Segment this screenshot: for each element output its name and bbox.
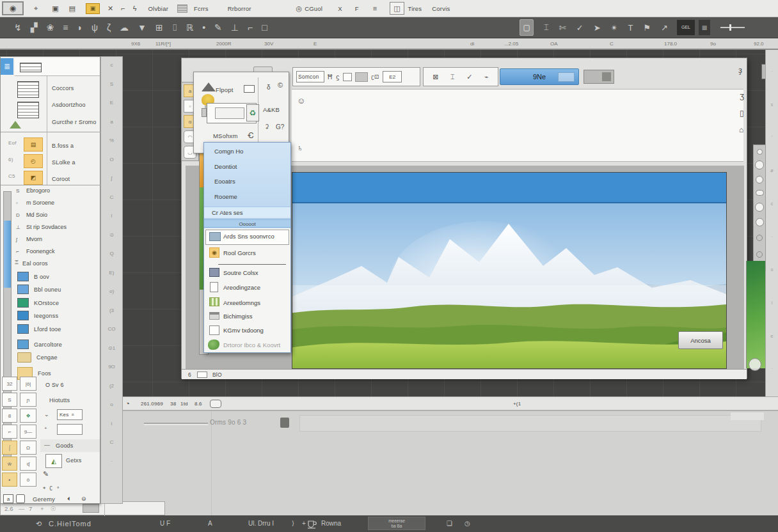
ancosa-button[interactable]: Ancosa <box>678 331 723 349</box>
target-glyph[interactable]: ☉ <box>51 505 56 512</box>
marquee-tool-icon[interactable]: ⌶ <box>544 22 549 33</box>
window-list-icon[interactable]: ❏ <box>447 520 452 527</box>
h-icon[interactable]: Ħ <box>328 74 332 81</box>
tool-icon[interactable]: ❀ <box>47 22 54 33</box>
history-icon[interactable]: ⟲ <box>36 520 42 528</box>
tree-item[interactable]: ʃMvorn <box>16 236 42 242</box>
grid-tool-cell[interactable]: Ω <box>20 441 36 455</box>
mini-tool-icon[interactable]: S <box>110 81 113 100</box>
active-task-badge[interactable]: meeerae ba Ba <box>368 517 425 530</box>
empty-field[interactable] <box>57 424 83 435</box>
tool-icon[interactable]: ◗ <box>77 22 82 33</box>
timeline-slider[interactable] <box>144 423 208 425</box>
document-tool-icon[interactable]: ▤ <box>69 4 75 13</box>
mini-tool-icon[interactable]: % <box>109 137 114 157</box>
layers-stack-icon[interactable] <box>177 4 187 13</box>
coffee-cup-icon[interactable] <box>307 520 317 529</box>
taskbar-item[interactable]: A <box>208 520 212 527</box>
bracket-tool-icon[interactable]: ⌐ <box>121 4 125 12</box>
grid-tool-cell[interactable]: ʠ <box>20 457 36 471</box>
grid-tool-cell[interactable]: |ö| <box>20 377 36 391</box>
tree-item[interactable]: ▫m Soroene <box>16 199 54 206</box>
color-swatch[interactable] <box>17 340 29 349</box>
layout-icon-2[interactable] <box>17 102 39 118</box>
getxs-label[interactable]: Getxs <box>66 457 82 464</box>
mini-tool-icon[interactable]: (3 <box>109 308 114 327</box>
edge-strip-icon[interactable]: ø <box>770 168 773 201</box>
saturn-icon[interactable]: ♄ <box>297 143 303 153</box>
ring-tool[interactable] <box>756 251 763 258</box>
pill-tool[interactable] <box>756 190 764 196</box>
edge-strip-icon[interactable]: ' <box>772 135 772 168</box>
swatch-row[interactable] <box>17 311 29 320</box>
grid-tool-cell[interactable]: ɲ <box>20 393 36 407</box>
image-canvas[interactable]: Ancosa <box>292 172 727 369</box>
taskbar-item[interactable]: C.HielTomd <box>49 520 91 528</box>
menu-item-f[interactable]: F <box>355 5 359 12</box>
ring-tool[interactable] <box>756 235 763 241</box>
panel-blue-tab[interactable]: ≣ <box>1 58 13 75</box>
tree-item[interactable]: ⌐Foonengck <box>16 248 55 254</box>
sidebar-item-foos[interactable]: Foos <box>38 370 51 377</box>
color-swatch[interactable] <box>17 285 29 294</box>
folder-icon[interactable] <box>17 352 31 363</box>
grid-tool-cell[interactable]: ⌐ <box>2 425 17 439</box>
dark-badge[interactable] <box>280 418 289 428</box>
grid-tool-cell[interactable]: ŵ <box>2 457 17 471</box>
circle-tool[interactable] <box>755 203 764 212</box>
swatch-row[interactable] <box>17 340 29 349</box>
mini-tool-icon[interactable]: CO <box>108 326 116 345</box>
coordinate-value[interactable]: 2.6 <box>4 505 13 512</box>
circle-tool[interactable] <box>756 218 764 226</box>
gray-chip[interactable] <box>83 504 99 513</box>
close-tool-icon[interactable]: ✕ <box>107 4 113 13</box>
tool-icon[interactable]: • <box>202 22 205 33</box>
edge-strip-icon[interactable]: · <box>771 69 772 102</box>
secondary-action-button[interactable] <box>584 70 614 84</box>
tool-icon[interactable]: ⌐ <box>248 22 253 33</box>
pattern-button[interactable]: ▩ <box>699 20 710 35</box>
mini-tool-icon[interactable]: o) <box>109 288 114 308</box>
grid-tool-cell[interactable]: S <box>2 393 17 407</box>
swatch-row[interactable] <box>17 324 29 334</box>
knob[interactable] <box>202 108 207 117</box>
taskbar-item[interactable]: U F <box>160 520 170 527</box>
menu-item-x[interactable]: X <box>338 5 342 12</box>
grid-tool-cell[interactable]: ▪ <box>2 473 17 487</box>
mini-tool-icon[interactable]: E) <box>109 270 115 289</box>
orange-tool-icon-1[interactable]: ▤ <box>24 137 43 152</box>
option-row-1[interactable]: O Sv 6 <box>45 382 64 388</box>
delta-icon[interactable]: δ <box>267 84 271 91</box>
mini-tool-icon[interactable]: E <box>110 100 113 119</box>
tool-icon[interactable]: □ <box>262 22 267 33</box>
menu-item-fcrrs[interactable]: Fcrrs <box>194 5 209 12</box>
tool-icon[interactable]: ▼ <box>138 22 147 33</box>
menu-item-drtoror-disabled[interactable]: Drtoror Ibco & Koovrt <box>223 341 280 348</box>
menu-item-rool[interactable]: Rool Gorcrs <box>223 249 256 256</box>
tool-icon[interactable]: ψ <box>91 22 98 33</box>
color-swatch[interactable] <box>17 324 29 334</box>
mini-tool-icon[interactable]: C <box>110 194 114 214</box>
taskbar-item[interactable]: Ul. Drru I <box>248 520 274 527</box>
polygon-shape-icon[interactable]: ⌂ <box>739 125 743 134</box>
menu-item-bichim[interactable]: Bichimgiss <box>223 313 252 320</box>
bottom-label-geremy[interactable]: Geremy <box>33 496 55 503</box>
grid-tool-cell[interactable]: ❖ <box>20 409 36 423</box>
menu-item-eooatrs[interactable]: Eooatrs <box>214 178 235 185</box>
link-icon[interactable]: ⌁ <box>484 73 489 81</box>
menu-item-deontiot[interactable]: Deontiot <box>214 163 237 170</box>
snake-icon[interactable]: ʒ <box>740 91 744 100</box>
tool-icon[interactable]: ζ <box>107 22 111 33</box>
cursor-tool-icon[interactable]: ➤ <box>594 23 601 33</box>
sidebar-item-slolke[interactable]: SLolke a <box>52 159 75 166</box>
menu-item-tires[interactable]: Tires <box>408 5 422 12</box>
sidebar-item-coccors[interactable]: Coccors <box>52 85 74 91</box>
mini-tool-icon[interactable]: (2 <box>109 383 114 402</box>
minus-circle-icon[interactable]: ⊖ <box>81 496 86 502</box>
tool-icon[interactable]: ☁ <box>120 22 129 33</box>
sidebar-item-asdoortzhoo[interactable]: Asdoortzhoo <box>52 102 86 108</box>
taskbar-item[interactable]: Rowna <box>321 520 341 527</box>
menu-item-areoding[interactable]: Areodingzace <box>223 284 260 291</box>
mini-tool-icon[interactable]: C <box>110 439 114 458</box>
background-document-sliver[interactable] <box>746 261 765 368</box>
